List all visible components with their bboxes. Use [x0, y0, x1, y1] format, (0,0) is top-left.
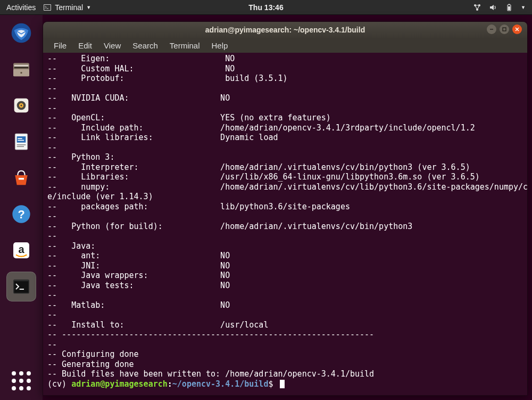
- svg-rect-7: [509, 4, 510, 5]
- menubar: File Edit View Search Terminal Help: [43, 38, 527, 53]
- terminal-line: -- Java wrappers: NO: [47, 271, 523, 281]
- terminal-line: -- -------------------------------------…: [47, 330, 523, 340]
- terminal-launcher[interactable]: [6, 272, 36, 301]
- terminal-line: -- Eigen: NO: [47, 54, 523, 64]
- amazon-launcher[interactable]: a: [6, 235, 36, 265]
- activities-button[interactable]: Activities: [6, 3, 36, 12]
- battery-icon[interactable]: [505, 3, 513, 12]
- terminal-line: -- Custom HAL: NO: [47, 64, 523, 74]
- terminal-line: -- Libraries: /usr/lib/x86_64-linux-gnu/…: [47, 172, 523, 182]
- terminal-line: -- Include path: /home/adrian/opencv-3.4…: [47, 123, 523, 133]
- prompt-path: ~/opencv-3.4.1/build: [172, 379, 269, 389]
- window-titlebar[interactable]: adrian@pyimagesearch: ~/opencv-3.4.1/bui…: [43, 22, 527, 38]
- terminal-line: --: [47, 290, 523, 300]
- network-icon[interactable]: [473, 3, 481, 12]
- terminal-line: --: [47, 103, 523, 113]
- apps-grid-icon: [12, 371, 31, 390]
- chevron-down-icon: ▼: [86, 5, 91, 10]
- svg-rect-25: [19, 178, 24, 179]
- help-launcher[interactable]: ?: [6, 199, 36, 229]
- terminal-line: -- Matlab: NO: [47, 300, 523, 311]
- maximize-button[interactable]: [500, 25, 509, 34]
- svg-point-18: [20, 104, 22, 106]
- software-center-launcher[interactable]: [6, 163, 36, 193]
- menu-view[interactable]: View: [99, 40, 125, 51]
- terminal-line: --: [47, 340, 523, 350]
- svg-rect-22: [18, 140, 24, 141]
- window-title: adrian@pyimagesearch: ~/opencv-3.4.1/bui…: [205, 26, 365, 34]
- terminal-line: -- Configuring done: [47, 349, 523, 360]
- rhythmbox-launcher[interactable]: [6, 91, 36, 120]
- terminal-line: --: [47, 231, 523, 241]
- terminal-line: -- Python 3:: [47, 152, 523, 162]
- svg-text:?: ?: [18, 208, 24, 221]
- svg-rect-31: [14, 281, 29, 293]
- svg-text:a: a: [18, 243, 24, 255]
- menu-file[interactable]: File: [49, 40, 71, 51]
- system-menu-chevron-icon[interactable]: ▼: [521, 5, 526, 10]
- svg-rect-20: [17, 136, 26, 143]
- menu-search[interactable]: Search: [128, 40, 162, 51]
- terminal-line: -- packages path: lib/python3.6/site-pac…: [47, 202, 523, 212]
- terminal-line: -- NVIDIA CUDA: NO: [47, 93, 523, 103]
- prompt-user: adrian@pyimagesearch: [71, 379, 168, 389]
- terminal-line: -- Generating done: [47, 360, 523, 370]
- prompt-dollar: $: [268, 379, 278, 389]
- terminal-line: --: [47, 84, 523, 94]
- terminal-line: -- Link libraries: Dynamic load: [47, 133, 523, 143]
- svg-rect-1: [44, 5, 51, 10]
- terminal-small-icon: [43, 3, 52, 12]
- terminal-line: --: [47, 143, 523, 153]
- thunderbird-launcher[interactable]: [6, 18, 36, 48]
- svg-rect-24: [17, 146, 24, 147]
- terminal-line: -- Install to: /usr/local: [47, 320, 523, 330]
- terminal-line: --: [47, 211, 523, 222]
- svg-rect-12: [14, 65, 29, 67]
- terminal-output[interactable]: -- Eigen: NO-- Custom HAL: NO-- Protobuf…: [43, 53, 527, 395]
- svg-point-14: [20, 72, 22, 74]
- app-menu-button[interactable]: Terminal ▼: [43, 3, 91, 12]
- svg-rect-21: [18, 138, 22, 139]
- terminal-line: -- numpy: /home/adrian/.virtualenvs/cv/l…: [47, 182, 523, 192]
- terminal-line: -- Build files have been written to: /ho…: [47, 369, 523, 379]
- files-launcher[interactable]: [6, 54, 36, 84]
- menu-terminal[interactable]: Terminal: [165, 40, 204, 51]
- menu-help[interactable]: Help: [207, 40, 232, 51]
- terminal-line: -- JNI: NO: [47, 261, 523, 271]
- menu-edit[interactable]: Edit: [74, 40, 96, 51]
- terminal-window: adrian@pyimagesearch: ~/opencv-3.4.1/bui…: [43, 21, 528, 396]
- libreoffice-writer-launcher[interactable]: [6, 127, 36, 157]
- show-applications[interactable]: [6, 366, 36, 396]
- cursor-icon: [280, 380, 285, 388]
- prompt-env: (cv): [47, 379, 71, 389]
- volume-icon[interactable]: [489, 3, 497, 12]
- svg-rect-34: [503, 28, 506, 31]
- minimize-button[interactable]: [487, 25, 496, 34]
- terminal-line: --: [47, 310, 523, 320]
- terminal-line: -- Protobuf: build (3.5.1): [47, 74, 523, 84]
- svg-rect-23: [17, 144, 26, 145]
- terminal-line: -- ant: NO: [47, 251, 523, 261]
- close-button[interactable]: [512, 25, 522, 34]
- terminal-line: -- Interpreter: /home/adrian/.virtualenv…: [47, 162, 523, 173]
- svg-rect-11: [14, 67, 29, 68]
- terminal-line: -- OpenCL: YES (no extra features): [47, 113, 523, 123]
- top-panel: Activities Terminal ▼ Thu 13:46 ▼: [0, 0, 532, 15]
- svg-rect-8: [508, 6, 510, 10]
- prompt-line: (cv) adrian@pyimagesearch:~/opencv-3.4.1…: [47, 379, 523, 389]
- terminal-line: -- Python (for build): /home/adrian/.vir…: [47, 222, 523, 232]
- terminal-line: e/include (ver 1.14.3): [47, 192, 523, 202]
- prompt-sep: :: [168, 379, 172, 389]
- terminal-line: -- Java:: [47, 241, 523, 251]
- launcher-dock: ? a: [0, 15, 43, 400]
- terminal-line: -- Java tests: NO: [47, 281, 523, 291]
